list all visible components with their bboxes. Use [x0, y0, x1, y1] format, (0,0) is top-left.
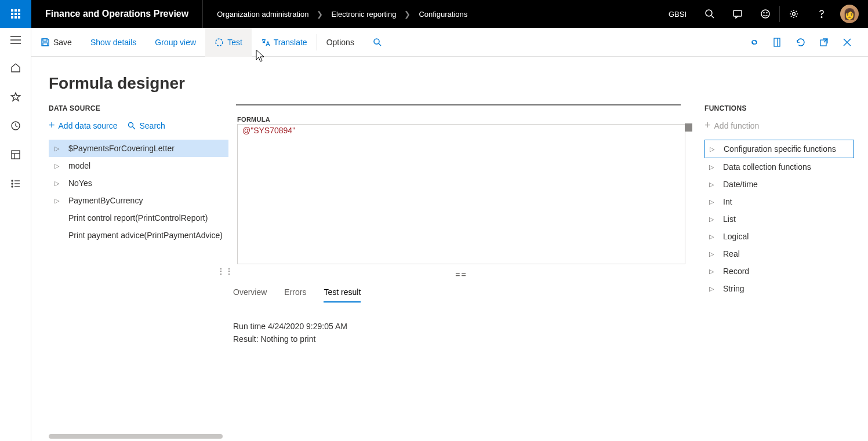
help-button[interactable]	[808, 0, 836, 28]
header-right: GBSI 👩	[659, 0, 868, 28]
search-button[interactable]	[696, 0, 724, 28]
attach-button[interactable]	[768, 33, 787, 52]
fn-item[interactable]: ▷Date/time	[704, 176, 854, 193]
svg-rect-8	[18, 16, 20, 19]
tree-item[interactable]: ▷$PaymentsForCoveringLetter	[49, 140, 228, 157]
scrollbar[interactable]	[685, 123, 692, 132]
fn-item[interactable]: ▷Real	[704, 245, 854, 263]
refresh-button[interactable]	[791, 33, 810, 52]
tree-item[interactable]: ▷PaymentByCurrency	[49, 192, 228, 209]
save-button[interactable]: Save	[31, 28, 81, 57]
tree-item[interactable]: Print payment advice(PrintPaymentAdvice)	[49, 227, 228, 244]
link-button[interactable]	[745, 33, 764, 52]
popout-button[interactable]	[815, 33, 833, 52]
svg-point-16	[821, 17, 822, 18]
close-button[interactable]	[838, 33, 856, 52]
settings-button[interactable]	[780, 0, 808, 28]
caret-icon: ▷	[709, 181, 715, 188]
svg-rect-3	[11, 13, 13, 15]
breadcrumb-item[interactable]: Configurations	[419, 10, 467, 19]
page-icon	[773, 37, 782, 48]
app-launcher-button[interactable]	[0, 0, 31, 28]
svg-point-14	[767, 13, 767, 13]
feedback-button[interactable]	[751, 0, 779, 28]
breadcrumb-item[interactable]: Organization administration	[217, 10, 308, 19]
home-icon	[10, 63, 21, 73]
tree-item[interactable]: ▷NoYes	[49, 174, 228, 192]
svg-point-15	[793, 13, 796, 16]
home-button[interactable]	[10, 63, 21, 75]
svg-point-32	[216, 39, 223, 46]
translate-button[interactable]: Translate	[252, 28, 317, 57]
link-icon	[749, 37, 760, 48]
translate-icon	[261, 38, 270, 47]
messages-button[interactable]	[724, 0, 751, 28]
left-rail	[0, 28, 31, 441]
add-function-button[interactable]: + Add function	[704, 119, 759, 132]
favorites-button[interactable]	[10, 92, 21, 104]
fn-item[interactable]: ▷Int	[704, 193, 854, 210]
fn-item[interactable]: ▷List	[704, 210, 854, 228]
caret-icon: ▷	[709, 198, 715, 206]
caret-icon: ▷	[55, 180, 60, 187]
breadcrumbs: Organization administration ❯ Electronic…	[203, 10, 481, 19]
data-source-panel: DATA SOURCE + Add data source Search ▷$P…	[49, 104, 228, 441]
svg-line-10	[711, 16, 714, 18]
caret-icon: ▷	[709, 285, 715, 293]
fn-item[interactable]: ▷Configuration specific functions	[704, 140, 854, 158]
user-avatar[interactable]: 👩	[840, 5, 859, 23]
action-bar-right	[745, 33, 868, 52]
formula-input[interactable]: @"SYS70894"	[237, 124, 685, 264]
top-header: Finance and Operations Preview Organizat…	[0, 0, 868, 28]
tree-item[interactable]: Print control report(PrintControlReport)	[49, 209, 228, 227]
caret-icon: ▷	[709, 268, 715, 275]
test-result-content: Run time 4/24/2020 9:29:05 AM Result: No…	[228, 302, 694, 363]
tab-errors[interactable]: Errors	[284, 287, 306, 302]
options-button[interactable]: Options	[317, 28, 364, 57]
show-details-button[interactable]: Show details	[81, 28, 146, 57]
plus-icon: +	[704, 119, 711, 132]
modules-button[interactable]	[10, 178, 21, 191]
search-icon	[373, 38, 382, 47]
caret-icon: ▷	[55, 197, 60, 205]
chevron-right-icon: ❯	[317, 10, 323, 19]
fn-item[interactable]: ▷Data collection functions	[704, 158, 854, 176]
main-area: Formula designer DATA SOURCE + Add data …	[31, 57, 868, 441]
tab-test-result[interactable]: Test result	[324, 287, 361, 302]
formula-label: FORMULA	[237, 116, 685, 123]
search-data-source-button[interactable]: Search	[128, 119, 165, 132]
content: Formula designer DATA SOURCE + Add data …	[31, 57, 868, 441]
vertical-resize-handle[interactable]: ==	[228, 270, 694, 279]
chevron-right-icon: ❯	[404, 10, 411, 19]
fn-item[interactable]: ▷Logical	[704, 228, 854, 245]
company-label[interactable]: GBSI	[659, 10, 696, 19]
test-button[interactable]: Test	[205, 28, 252, 57]
breadcrumb-item[interactable]: Electronic reporting	[331, 10, 396, 19]
svg-rect-30	[43, 39, 47, 41]
menu-toggle[interactable]	[10, 36, 21, 46]
columns: DATA SOURCE + Add data source Search ▷$P…	[49, 104, 868, 441]
save-label: Save	[53, 38, 72, 47]
tab-overview[interactable]: Overview	[233, 287, 267, 302]
horizontal-scrollbar[interactable]	[49, 434, 223, 439]
caret-icon: ▷	[709, 233, 715, 240]
search-action-button[interactable]	[364, 28, 391, 57]
plus-icon: +	[49, 119, 55, 132]
action-bar: Save Show details Group view Test Transl…	[31, 28, 868, 57]
smile-icon	[760, 9, 771, 19]
svg-point-28	[12, 186, 13, 187]
workspaces-button[interactable]	[10, 150, 21, 162]
fn-item[interactable]: ▷String	[704, 280, 854, 297]
recent-button[interactable]	[10, 121, 21, 133]
fn-item[interactable]: ▷Record	[704, 263, 854, 280]
svg-rect-35	[774, 38, 780, 46]
clock-icon	[10, 121, 21, 131]
add-data-source-button[interactable]: + Add data source	[49, 119, 117, 132]
svg-rect-31	[43, 43, 48, 46]
divider	[236, 104, 681, 105]
waffle-icon	[11, 9, 20, 19]
group-view-button[interactable]: Group view	[146, 28, 205, 57]
caret-icon: ▷	[55, 145, 60, 152]
data-source-header: DATA SOURCE	[49, 104, 228, 112]
tree-item[interactable]: ▷model	[49, 157, 228, 174]
